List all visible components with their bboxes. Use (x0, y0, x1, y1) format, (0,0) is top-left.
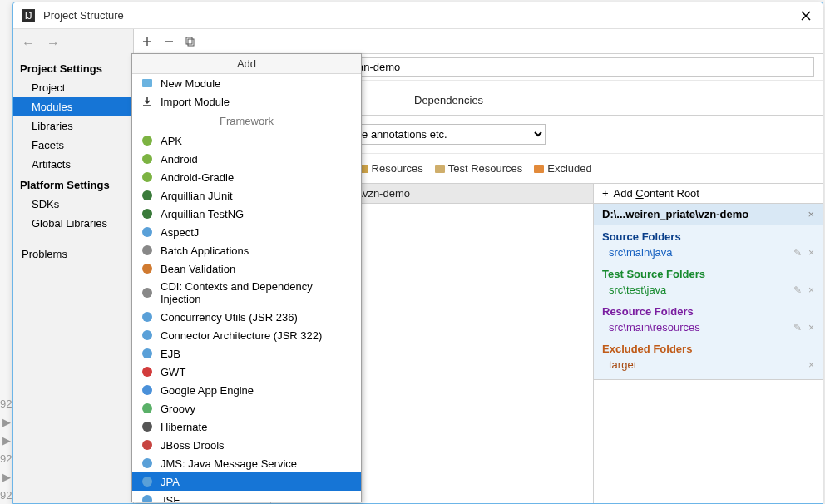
test-resources-folder-icon (435, 165, 445, 173)
popup-header: Add (132, 54, 361, 74)
window-title: Project Structure (43, 9, 798, 22)
menu-framework-arquillian-junit[interactable]: Arquillian JUnit (132, 186, 361, 205)
framework-label: APK (161, 135, 182, 147)
edit-icon[interactable]: ✎ (793, 322, 802, 334)
framework-icon (141, 329, 154, 342)
framework-label: JBoss Drools (161, 439, 225, 452)
framework-label: Google App Engine (161, 384, 254, 397)
mark-resources[interactable]: Resources (358, 162, 423, 175)
tab-dependencies[interactable]: Dependencies (412, 89, 485, 115)
menu-framework-connector-architecture-jsr-322-[interactable]: Connector Architecture (JSR 322) (132, 326, 361, 344)
menu-framework-jboss-drools[interactable]: JBoss Drools (132, 436, 361, 454)
module-name-input[interactable] (323, 57, 814, 77)
close-button[interactable] (798, 7, 814, 24)
menu-framework-batch-applications[interactable]: Batch Applications (132, 241, 361, 259)
menu-new-module[interactable]: New Module (132, 74, 361, 92)
framework-icon (141, 420, 154, 433)
remove-icon[interactable]: × (808, 284, 814, 296)
framework-icon (141, 286, 154, 299)
framework-icon (141, 262, 154, 275)
back-arrow-icon[interactable]: ← (22, 36, 35, 51)
folder-icon (141, 77, 154, 90)
framework-label: Arquillian JUnit (161, 190, 233, 202)
framework-label: JSF (161, 494, 180, 503)
framework-label: Concurrency Utils (JSR 236) (161, 311, 298, 324)
framework-label: AspectJ (161, 226, 199, 239)
svg-point-15 (142, 348, 152, 358)
menu-framework-jms-java-message-service[interactable]: JMS: Java Message Service (132, 454, 361, 472)
resource-folder-entry: src\main\resources ✎× (594, 319, 823, 337)
sidebar-section-platform-settings: Platform Settings (13, 174, 133, 195)
framework-icon (141, 244, 154, 257)
source-folder-path[interactable]: src\main\java (609, 246, 673, 259)
svg-point-14 (142, 330, 152, 340)
menu-framework-concurrency-utils-jsr-236-[interactable]: Concurrency Utils (JSR 236) (132, 308, 361, 326)
edit-icon[interactable]: ✎ (793, 247, 802, 259)
framework-icon (141, 170, 154, 184)
framework-label: JPA (161, 476, 180, 488)
framework-label: EJB (161, 348, 180, 360)
sidebar-item-global-libraries[interactable]: Global Libraries (13, 214, 133, 233)
sidebar-item-libraries[interactable]: Libraries (13, 116, 133, 136)
svg-point-16 (142, 367, 152, 377)
svg-point-18 (142, 403, 152, 413)
excluded-folder-path[interactable]: target (609, 358, 636, 371)
add-content-root[interactable]: + Add Content Root (594, 184, 823, 204)
framework-icon (141, 134, 154, 147)
svg-point-5 (142, 154, 152, 164)
svg-point-4 (142, 136, 152, 146)
menu-framework-bean-validation[interactable]: Bean Validation (132, 259, 361, 278)
remove-icon[interactable]: × (808, 322, 814, 334)
framework-label: Batch Applications (161, 245, 249, 257)
content-root[interactable]: D:\...weiren_priate\vzn-demo × (594, 204, 823, 225)
sidebar-item-modules[interactable]: Modules (13, 97, 133, 116)
menu-framework-google-app-engine[interactable]: Google App Engine (132, 381, 361, 399)
copy-button[interactable] (184, 35, 197, 48)
sidebar-section-project-settings: Project Settings (13, 57, 133, 78)
edit-icon[interactable]: ✎ (793, 284, 802, 296)
framework-label: Android-Gradle (161, 171, 234, 184)
menu-framework-cdi-contexts-and-dependency-injection[interactable]: CDI: Contexts and Dependency Injection (132, 278, 361, 308)
mark-test-resources[interactable]: Test Resources (435, 162, 523, 175)
sidebar-item-facets[interactable]: Facets (13, 136, 133, 155)
sidebar-item-problems[interactable]: Problems (13, 245, 133, 264)
framework-label: Arquillian TestNG (161, 208, 244, 220)
framework-icon (141, 207, 154, 220)
menu-framework-gwt[interactable]: GWT (132, 363, 361, 381)
resource-folder-path[interactable]: src\main\resources (609, 321, 700, 334)
menu-framework-groovy[interactable]: Groovy (132, 399, 361, 418)
svg-rect-3 (186, 37, 192, 44)
forward-arrow-icon[interactable]: → (47, 36, 60, 51)
menu-framework-arquillian-testng[interactable]: Arquillian TestNG (132, 205, 361, 223)
sidebar: ← → Project Settings Project Modules Lib… (13, 29, 134, 503)
remove-button[interactable] (162, 35, 175, 48)
menu-framework-android[interactable]: Android (132, 150, 361, 168)
menu-framework-jsf[interactable]: JSF (132, 491, 361, 502)
menu-import-module[interactable]: Import Module (132, 92, 361, 111)
menu-framework-ejb[interactable]: EJB (132, 344, 361, 363)
menu-framework-hibernate[interactable]: Hibernate (132, 418, 361, 436)
svg-point-19 (142, 422, 152, 432)
menu-framework-aspectj[interactable]: AspectJ (132, 223, 361, 241)
remove-icon[interactable]: × (808, 247, 814, 259)
sidebar-item-sdks[interactable]: SDKs (13, 195, 133, 214)
menu-framework-jpa[interactable]: JPA (132, 472, 361, 491)
framework-icon (141, 347, 154, 360)
mark-excluded[interactable]: Excluded (534, 162, 591, 175)
sidebar-item-artifacts[interactable]: Artifacts (13, 155, 133, 174)
menu-framework-apk[interactable]: APK (132, 131, 361, 150)
menu-framework-android-gradle[interactable]: Android-Gradle (132, 168, 361, 186)
title-bar: IJ Project Structure (13, 2, 823, 29)
svg-point-6 (142, 172, 152, 182)
remove-root-icon[interactable]: × (808, 208, 814, 220)
framework-icon (141, 438, 154, 452)
svg-point-7 (142, 190, 152, 200)
folders-column: + Add Content Root D:\...weiren_priate\v… (594, 184, 823, 503)
folders-blank (594, 379, 823, 503)
excluded-folders-title: Excluded Folders (594, 337, 823, 357)
add-button[interactable] (141, 35, 154, 48)
framework-icon (141, 310, 154, 324)
sidebar-item-project[interactable]: Project (13, 78, 133, 97)
remove-icon[interactable]: × (808, 359, 814, 371)
test-folder-path[interactable]: src\test\java (609, 284, 666, 296)
